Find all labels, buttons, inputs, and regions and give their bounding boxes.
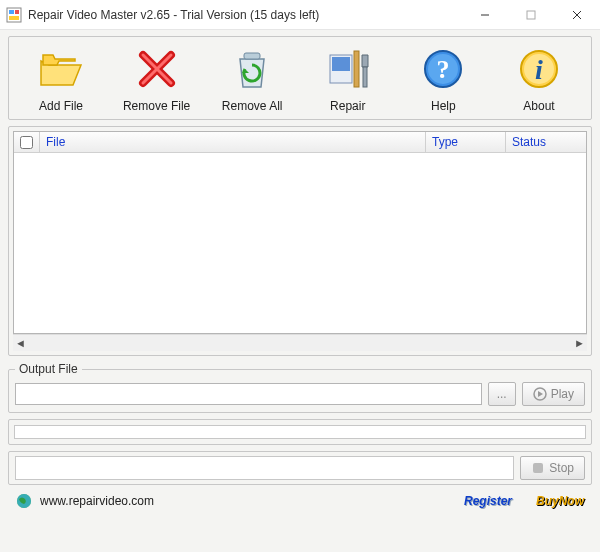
footer: www.repairvideo.com Register BuyNow bbox=[8, 491, 592, 513]
scroll-left-icon[interactable]: ◄ bbox=[15, 337, 26, 349]
svg-rect-2 bbox=[9, 16, 19, 20]
help-label: Help bbox=[431, 99, 456, 113]
output-file-group: Output File ... Play bbox=[8, 362, 592, 413]
remove-x-icon bbox=[133, 45, 181, 93]
progress-bar bbox=[14, 425, 586, 439]
remove-file-label: Remove File bbox=[123, 99, 190, 113]
column-checkbox[interactable] bbox=[14, 132, 40, 152]
title-bar: Repair Video Master v2.65 - Trial Versio… bbox=[0, 0, 600, 30]
remove-all-button[interactable]: Remove All bbox=[212, 45, 292, 113]
grid-body[interactable] bbox=[14, 153, 586, 333]
minimize-button[interactable] bbox=[462, 0, 508, 30]
app-icon bbox=[6, 7, 22, 23]
add-file-button[interactable]: Add File bbox=[21, 45, 101, 113]
main-toolbar: Add File Remove File Remove All bbox=[8, 36, 592, 120]
play-label: Play bbox=[551, 387, 574, 401]
maximize-button[interactable] bbox=[508, 0, 554, 30]
buynow-link[interactable]: BuyNow bbox=[536, 494, 584, 508]
svg-rect-16 bbox=[363, 67, 367, 87]
svg-text:?: ? bbox=[437, 55, 450, 84]
stop-spacer bbox=[15, 456, 514, 480]
about-label: About bbox=[523, 99, 554, 113]
svg-rect-14 bbox=[332, 57, 350, 71]
close-icon bbox=[572, 10, 582, 20]
scroll-right-icon[interactable]: ► bbox=[574, 337, 585, 349]
maximize-icon bbox=[526, 10, 536, 20]
window-title: Repair Video Master v2.65 - Trial Versio… bbox=[28, 8, 462, 22]
about-button[interactable]: i About bbox=[499, 45, 579, 113]
stop-label: Stop bbox=[549, 461, 574, 475]
output-file-input[interactable] bbox=[15, 383, 482, 405]
folder-open-icon bbox=[37, 45, 85, 93]
minimize-icon bbox=[480, 10, 490, 20]
svg-text:i: i bbox=[535, 54, 543, 85]
file-list-panel: File Type Status ◄ ► bbox=[8, 126, 592, 356]
register-link[interactable]: Register bbox=[464, 494, 512, 508]
output-file-legend: Output File bbox=[15, 362, 82, 376]
stop-panel: Stop bbox=[8, 451, 592, 485]
horizontal-scrollbar[interactable]: ◄ ► bbox=[13, 334, 587, 351]
play-icon bbox=[533, 387, 547, 401]
file-grid[interactable]: File Type Status bbox=[13, 131, 587, 334]
browse-button[interactable]: ... bbox=[488, 382, 516, 406]
repair-label: Repair bbox=[330, 99, 365, 113]
website-link[interactable]: www.repairvideo.com bbox=[40, 494, 154, 508]
column-type[interactable]: Type bbox=[426, 132, 506, 152]
play-button[interactable]: Play bbox=[522, 382, 585, 406]
svg-rect-1 bbox=[9, 10, 14, 14]
add-file-label: Add File bbox=[39, 99, 83, 113]
svg-rect-12 bbox=[244, 53, 260, 59]
column-file[interactable]: File bbox=[40, 132, 426, 152]
help-button[interactable]: ? Help bbox=[403, 45, 483, 113]
progress-panel bbox=[8, 419, 592, 445]
close-button[interactable] bbox=[554, 0, 600, 30]
remove-all-label: Remove All bbox=[222, 99, 283, 113]
help-icon: ? bbox=[419, 45, 467, 93]
select-all-checkbox[interactable] bbox=[20, 136, 33, 149]
globe-icon bbox=[16, 493, 32, 509]
svg-rect-3 bbox=[15, 10, 19, 14]
recycle-bin-icon bbox=[228, 45, 276, 93]
svg-rect-15 bbox=[354, 51, 359, 87]
stop-icon bbox=[531, 461, 545, 475]
info-icon: i bbox=[515, 45, 563, 93]
grid-header-row: File Type Status bbox=[14, 132, 586, 153]
repair-button[interactable]: Repair bbox=[308, 45, 388, 113]
remove-file-button[interactable]: Remove File bbox=[117, 45, 197, 113]
svg-rect-5 bbox=[527, 11, 535, 19]
browse-label: ... bbox=[497, 387, 507, 401]
stop-button[interactable]: Stop bbox=[520, 456, 585, 480]
svg-rect-24 bbox=[533, 463, 543, 473]
repair-tools-icon bbox=[324, 45, 372, 93]
column-status[interactable]: Status bbox=[506, 132, 586, 152]
